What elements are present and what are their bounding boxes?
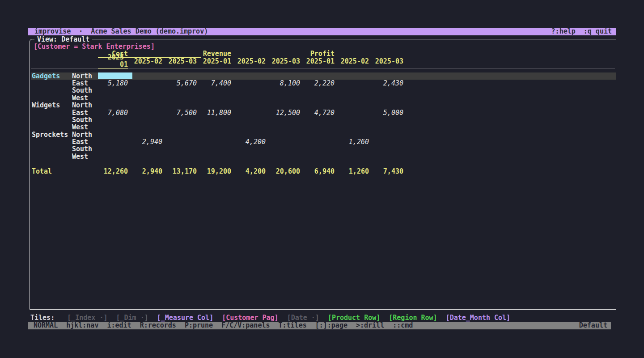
table-row[interactable]: East5,1805,6707,4008,1002,2202,430: [31, 80, 616, 87]
product-label[interactable]: Sprockets: [31, 131, 72, 138]
tiles-label: Tiles:: [30, 314, 55, 322]
col-header-revenue-2025-03[interactable]: 2025-03: [270, 58, 305, 65]
col-header-cost-2025-02[interactable]: 2025-02: [132, 58, 167, 65]
hint: P:prune: [185, 322, 213, 329]
data-cell[interactable]: 4,720: [305, 109, 339, 116]
region-label[interactable]: South: [72, 87, 98, 94]
quit-hint: :q quit: [584, 28, 612, 35]
table-row[interactable]: WidgetsNorth: [31, 102, 616, 109]
data-cell[interactable]: 12,500: [270, 109, 305, 116]
region-label[interactable]: North: [72, 131, 98, 138]
col-header-revenue-2025-02[interactable]: 2025-02: [236, 58, 270, 65]
region-label[interactable]: North: [72, 72, 98, 80]
tiles-bar: Tiles: [_Index ·][_Dim ·][_Measure Col][…: [28, 314, 616, 322]
pivot-table-body: GadgetsNorthEast5,1805,6707,4008,1002,22…: [31, 72, 616, 161]
total-cell: 6,940: [305, 168, 339, 175]
data-cell[interactable]: 5,180: [98, 80, 132, 87]
header-separator: [31, 65, 616, 72]
table-row[interactable]: GadgetsNorth: [31, 72, 616, 80]
tile-dim[interactable]: [_Dim ·]: [116, 314, 148, 322]
product-label[interactable]: Gadgets: [31, 72, 72, 80]
app-name: improvise: [34, 28, 71, 35]
hint: R:records: [140, 322, 176, 329]
data-cell[interactable]: 7,080: [98, 109, 132, 116]
total-cell: 12,260: [98, 168, 132, 175]
table-row[interactable]: West: [31, 153, 616, 160]
filter-chip[interactable]: [Customer = Stark Enterprises]: [31, 43, 616, 50]
current-view-name: Default: [579, 322, 607, 329]
hint: [:]:page: [315, 322, 347, 329]
col-header-revenue-2025-01[interactable]: 2025-01: [201, 58, 236, 65]
col-header-profit-2025-03[interactable]: 2025-03: [373, 58, 408, 65]
month-header-row: 2025-012025-022025-032025-012025-022025-…: [31, 58, 616, 65]
data-cell[interactable]: 5,670: [167, 80, 201, 87]
total-cell: 13,170: [167, 168, 201, 175]
status-bar: NORMAL hjkl:navi:editR:recordsP:pruneF/C…: [28, 322, 611, 329]
total-cell: 2,940: [132, 168, 167, 175]
tile-customer-pag[interactable]: [Customer Pag]: [222, 314, 278, 322]
total-row: Total 12,2602,94013,17019,2004,20020,600…: [31, 168, 616, 175]
data-cell[interactable]: 11,800: [201, 109, 236, 116]
total-cell: 4,200: [236, 168, 270, 175]
region-label[interactable]: East: [72, 109, 98, 116]
cell-cursor[interactable]: [98, 72, 132, 79]
data-cell[interactable]: 1,260: [339, 138, 373, 145]
table-row[interactable]: East7,0807,50011,80012,5004,7205,000: [31, 109, 616, 116]
col-header-cost-2025-03[interactable]: 2025-03: [167, 58, 201, 65]
titlebar-dot-separator: ·: [79, 28, 83, 35]
table-row[interactable]: West: [31, 124, 616, 131]
data-cell[interactable]: 2,430: [373, 80, 408, 87]
data-cell[interactable]: 4,200: [236, 138, 270, 145]
tile-date-month-col[interactable]: [Date_Month Col]: [446, 314, 511, 322]
total-separator: [31, 160, 616, 167]
region-label[interactable]: South: [72, 145, 98, 153]
hint: ::cmd: [393, 322, 413, 329]
hint: T:tiles: [279, 322, 307, 329]
tile-index[interactable]: [_Index ·]: [67, 314, 107, 322]
tiles-items: [_Index ·][_Dim ·][_Measure Col][Custome…: [67, 314, 519, 322]
tile-region-row[interactable]: [Region Row]: [389, 314, 437, 322]
total-label: Total: [31, 168, 72, 175]
data-cell[interactable]: 8,100: [270, 80, 305, 87]
data-cell[interactable]: 7,400: [201, 80, 236, 87]
table-row[interactable]: West: [31, 94, 616, 102]
tile-measure-col[interactable]: [_Measure Col]: [157, 314, 213, 322]
table-row[interactable]: SprocketsNorth: [31, 131, 616, 138]
table-row[interactable]: South: [31, 87, 616, 94]
hint: hjkl:nav: [66, 322, 98, 329]
titlebar: improvise · Acme Sales Demo (demo.improv…: [28, 28, 616, 35]
data-cell[interactable]: 2,220: [305, 80, 339, 87]
table-row[interactable]: South: [31, 145, 616, 153]
total-cell: 19,200: [201, 168, 236, 175]
keybinding-hints: hjkl:navi:editR:recordsP:pruneF/C/V:pane…: [66, 322, 413, 329]
region-label[interactable]: North: [72, 102, 98, 109]
group-header-profit[interactable]: Profit: [305, 50, 339, 57]
region-label[interactable]: West: [72, 153, 98, 160]
hint: F/C/V:panels: [221, 322, 270, 329]
table-row[interactable]: East2,9404,2001,260: [31, 138, 616, 145]
region-label[interactable]: West: [72, 124, 98, 131]
data-cell[interactable]: 2,940: [132, 138, 167, 145]
region-label[interactable]: South: [72, 116, 98, 124]
data-cell[interactable]: 5,000: [373, 109, 408, 116]
region-label[interactable]: East: [72, 80, 98, 87]
hint: >:drill: [356, 322, 384, 329]
region-label[interactable]: East: [72, 138, 98, 145]
tile-product-row[interactable]: [Product Row]: [328, 314, 380, 322]
view-panel: View: Default [Customer = Stark Enterpri…: [30, 39, 616, 310]
total-cell: 20,600: [270, 168, 305, 175]
col-header-profit-2025-02[interactable]: 2025-02: [339, 58, 373, 65]
terminal-window: improvise · Acme Sales Demo (demo.improv…: [28, 28, 616, 329]
col-header-profit-2025-01[interactable]: 2025-01: [305, 58, 339, 65]
data-cell[interactable]: 7,500: [167, 109, 201, 116]
help-hint: ?:help: [551, 28, 576, 35]
hint: i:edit: [107, 322, 131, 329]
group-header-revenue[interactable]: Revenue: [201, 50, 236, 57]
product-label[interactable]: Widgets: [31, 102, 72, 109]
region-label[interactable]: West: [72, 94, 98, 102]
table-row[interactable]: South: [31, 116, 616, 124]
total-cell: 7,430: [373, 168, 408, 175]
view-title: View: Default: [34, 35, 92, 43]
tile-date[interactable]: [Date ·]: [287, 314, 319, 322]
total-cell: 1,260: [339, 168, 373, 175]
